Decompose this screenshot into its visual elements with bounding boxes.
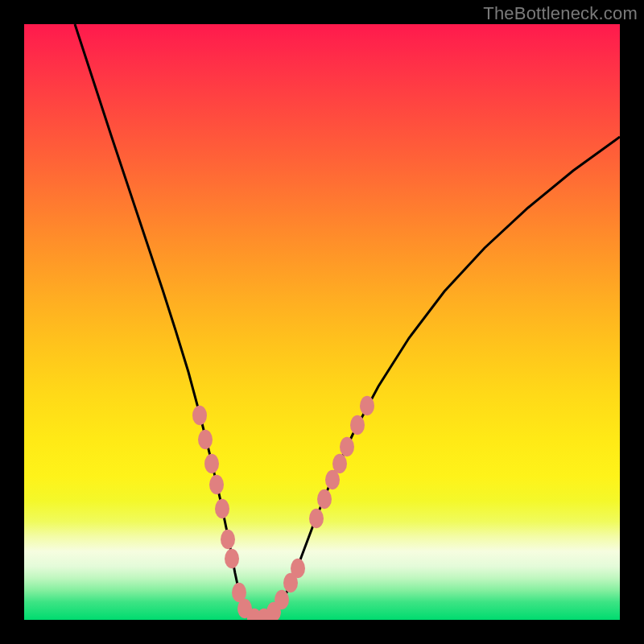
highlight-dot bbox=[360, 396, 374, 415]
highlight-dot bbox=[204, 454, 219, 473]
highlight-dot bbox=[309, 509, 324, 528]
highlight-dot bbox=[221, 530, 235, 549]
highlight-dot bbox=[275, 590, 289, 609]
bottleneck-curve bbox=[75, 24, 620, 620]
chart-frame: TheBottleneck.com bbox=[0, 0, 644, 644]
highlight-dot bbox=[225, 549, 239, 568]
highlight-dots bbox=[192, 396, 374, 620]
plot-area bbox=[24, 24, 620, 620]
curve-path bbox=[75, 24, 620, 620]
highlight-dot bbox=[291, 559, 305, 578]
watermark-text: TheBottleneck.com bbox=[483, 3, 638, 24]
highlight-dot bbox=[350, 415, 365, 435]
highlight-dot bbox=[340, 437, 354, 456]
highlight-dot bbox=[317, 489, 332, 509]
highlight-dot bbox=[209, 475, 224, 494]
highlight-dot bbox=[332, 454, 347, 473]
curve-svg bbox=[24, 24, 620, 620]
highlight-dot bbox=[198, 430, 213, 449]
highlight-dot bbox=[215, 499, 229, 518]
highlight-dot bbox=[192, 406, 207, 425]
